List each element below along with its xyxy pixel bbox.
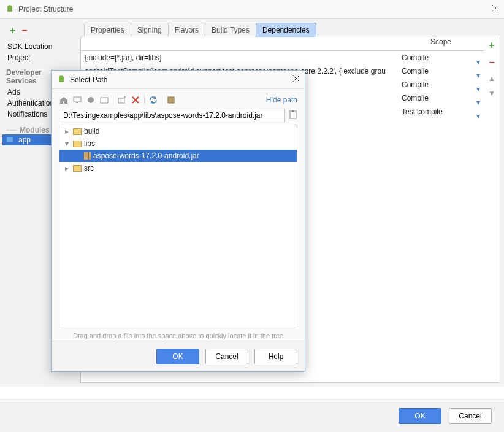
add-dependency-icon[interactable]: +: [489, 40, 494, 51]
module-label: app: [18, 136, 31, 144]
tab-signing[interactable]: Signing: [131, 23, 169, 37]
project-icon[interactable]: [86, 95, 96, 105]
remove-icon[interactable]: −: [21, 25, 27, 36]
ok-button[interactable]: OK: [156, 349, 199, 364]
dependency-text: {include=[*.jar], dir=libs}: [81, 53, 398, 62]
scope-header: Scope: [398, 37, 484, 50]
android-icon: [5, 4, 15, 14]
window-title: Project Structure: [18, 5, 73, 14]
folder-icon: [73, 141, 82, 147]
chevron-down-icon[interactable]: ▾: [476, 71, 480, 80]
modal-body: Hide path ▸ build ▾ libs aspose-words-17…: [52, 89, 305, 341]
delete-icon[interactable]: [131, 95, 140, 105]
tree-item-build[interactable]: ▸ build: [59, 125, 297, 137]
tab-flavors[interactable]: Flavors: [168, 23, 205, 37]
sidebar-toolbar: + −: [6, 25, 73, 36]
scope-value: Compile: [402, 67, 429, 75]
path-input[interactable]: [59, 109, 285, 122]
desktop-icon[interactable]: [72, 95, 82, 105]
window-titlebar: Project Structure: [0, 0, 504, 18]
sidebar-item-project[interactable]: Project: [6, 52, 73, 63]
hide-path-link[interactable]: Hide path: [266, 96, 297, 104]
dependencies-side-toolbar: + − ▲ ▼: [484, 37, 500, 382]
close-icon[interactable]: [492, 4, 499, 14]
scope-value: Compile: [402, 94, 429, 102]
tree-item-selected-jar[interactable]: aspose-words-17.2.0-android.jar: [59, 150, 297, 162]
tab-buildtypes[interactable]: Build Types: [205, 23, 256, 37]
sidebar-item-sdk[interactable]: SDK Location: [6, 41, 73, 52]
tab-properties[interactable]: Properties: [84, 23, 131, 37]
svg-rect-3: [76, 102, 78, 103]
tree-label: build: [84, 127, 99, 136]
tree-item-src[interactable]: ▸ src: [59, 162, 297, 174]
history-icon[interactable]: [289, 110, 297, 122]
svg-rect-5: [101, 98, 108, 103]
ok-button[interactable]: OK: [399, 408, 441, 424]
dependency-row[interactable]: {include=[*.jar], dir=libs} Compile▾: [81, 51, 484, 64]
chevron-down-icon[interactable]: ▾: [476, 112, 480, 120]
add-icon[interactable]: +: [10, 25, 15, 36]
modal-title: Select Path: [70, 75, 107, 84]
help-button[interactable]: Help: [254, 349, 297, 364]
svg-point-4: [88, 97, 94, 103]
chevron-down-icon[interactable]: ▾: [476, 98, 480, 107]
svg-rect-7: [168, 97, 174, 103]
select-path-dialog: Select Path Hide path: [51, 70, 305, 372]
modal-titlebar: Select Path: [52, 71, 305, 89]
svg-rect-10: [292, 110, 294, 112]
move-up-icon[interactable]: ▲: [488, 74, 495, 83]
tab-dependencies[interactable]: Dependencies: [256, 23, 316, 37]
collapse-icon[interactable]: ▾: [63, 139, 71, 148]
close-icon[interactable]: [292, 75, 300, 84]
svg-rect-6: [118, 98, 124, 103]
svg-rect-2: [74, 97, 81, 102]
tabbar: Properties Signing Flavors Build Types D…: [84, 23, 500, 37]
refresh-icon[interactable]: [148, 95, 158, 105]
folder-icon: [73, 165, 82, 172]
svg-rect-9: [290, 111, 296, 118]
modal-bottom-bar: OK Cancel Help: [52, 341, 305, 371]
new-folder-icon[interactable]: [117, 95, 127, 105]
jar-icon: [84, 152, 91, 160]
drop-hint: Drag and drop a file into the space abov…: [59, 332, 297, 339]
dialog-bottom-bar: OK Cancel: [0, 399, 504, 432]
show-hidden-icon[interactable]: [166, 95, 176, 105]
module-icon: [6, 137, 13, 143]
tree-label: aspose-words-17.2.0-android.jar: [93, 152, 199, 160]
android-icon: [56, 75, 66, 85]
cancel-button[interactable]: Cancel: [449, 408, 492, 424]
expand-icon[interactable]: ▸: [63, 127, 71, 136]
svg-rect-1: [59, 79, 64, 82]
tree-label: libs: [84, 139, 95, 148]
tree-item-libs[interactable]: ▾ libs: [59, 137, 297, 150]
scope-value: Compile: [402, 53, 429, 62]
path-toolbar: Hide path: [59, 95, 297, 105]
scope-value: Test compile: [402, 107, 443, 116]
home-icon[interactable]: [59, 95, 69, 105]
chevron-down-icon[interactable]: ▾: [476, 58, 480, 66]
path-row: [59, 109, 297, 122]
cancel-button[interactable]: Cancel: [205, 349, 248, 364]
chevron-down-icon[interactable]: ▾: [476, 85, 480, 93]
scope-value: Compile: [402, 80, 429, 89]
svg-rect-0: [7, 8, 12, 12]
dependencies-header: Scope: [81, 37, 484, 51]
move-down-icon[interactable]: ▼: [488, 89, 495, 98]
remove-dependency-icon[interactable]: −: [489, 57, 494, 68]
expand-icon[interactable]: ▸: [63, 164, 71, 172]
folder-icon: [73, 128, 82, 135]
module-folder-icon[interactable]: [99, 95, 109, 105]
file-tree[interactable]: ▸ build ▾ libs aspose-words-17.2.0-andro…: [59, 125, 297, 328]
tree-label: src: [84, 164, 94, 172]
